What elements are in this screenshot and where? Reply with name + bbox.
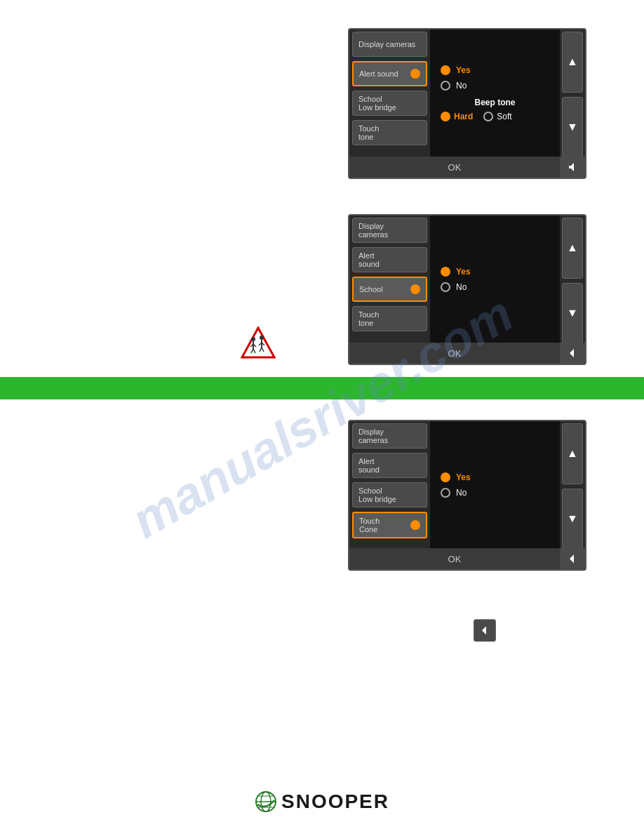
panel-alert-sound: Display cameras Alert sound SchoolLow br…	[348, 28, 586, 179]
ok-button-1[interactable]: OK	[349, 157, 560, 178]
menu-alert-sound-3[interactable]: Alertsound	[352, 453, 427, 478]
yes-no-group-2: Yes No	[441, 267, 549, 292]
soft-option[interactable]: Soft	[483, 112, 511, 121]
standalone-back-icon	[478, 623, 492, 637]
beep-tone-title: Beep tone	[441, 98, 549, 107]
beep-tone-section: Beep tone Hard Soft	[441, 98, 549, 121]
back-icon-3	[565, 552, 579, 566]
yes-radio-filled-1	[441, 65, 450, 75]
back-icon-2	[565, 346, 579, 360]
hard-radio-filled	[441, 112, 450, 121]
menu-display-cameras-2[interactable]: Displaycameras	[352, 218, 427, 243]
soft-radio-empty	[483, 112, 493, 121]
yes-no-group-1: Yes No	[441, 65, 549, 91]
no-option-3[interactable]: No	[441, 488, 549, 498]
green-banner	[0, 377, 644, 399]
no-radio-empty-1	[441, 81, 450, 91]
yes-no-group-3: Yes No	[441, 472, 549, 498]
menu-display-cameras-3[interactable]: Displaycameras	[352, 423, 427, 449]
school-sign-svg	[241, 326, 276, 359]
no-radio-empty-2	[441, 282, 450, 292]
snooper-globe-icon	[255, 790, 277, 813]
beep-options: Hard Soft	[441, 112, 549, 121]
school-crossing-sign	[241, 326, 276, 362]
snooper-logo: SNOOPER	[255, 790, 389, 813]
svg-rect-0	[569, 166, 570, 168]
svg-point-2	[251, 337, 255, 341]
menu-touch-cone-3[interactable]: TouchCone	[352, 512, 427, 538]
active-dot-1	[410, 69, 420, 79]
scroll-down-1[interactable]: ▼	[562, 97, 583, 158]
menu-school-low-bridge-1[interactable]: SchoolLow bridge	[352, 91, 427, 116]
back-button-2[interactable]	[560, 343, 585, 364]
no-option-1[interactable]: No	[441, 81, 549, 91]
scroll-up-1[interactable]: ▲	[562, 32, 583, 93]
menu-display-cameras-1[interactable]: Display cameras	[352, 32, 427, 57]
ok-button-3[interactable]: OK	[349, 548, 560, 569]
yes-option-2[interactable]: Yes	[441, 267, 549, 277]
yes-option-1[interactable]: Yes	[441, 65, 549, 75]
back-button-1[interactable]	[560, 157, 585, 178]
active-dot-2	[410, 284, 420, 294]
panel-touch-tone: Displaycameras Alertsound SchoolLow brid…	[348, 420, 586, 571]
panel-school: Displaycameras Alertsound School Touchto…	[348, 214, 586, 365]
menu-touch-tone-1[interactable]: Touchtone	[352, 120, 427, 145]
scroll-up-2[interactable]: ▲	[562, 218, 583, 279]
hard-option[interactable]: Hard	[441, 112, 473, 121]
scroll-up-3[interactable]: ▲	[562, 423, 583, 484]
ok-button-2[interactable]: OK	[349, 343, 560, 364]
yes-radio-filled-3	[441, 472, 450, 482]
back-icon-1	[565, 160, 579, 174]
back-button-3[interactable]	[560, 548, 585, 569]
menu-school-low-bridge-3[interactable]: SchoolLow bridge	[352, 482, 427, 508]
svg-marker-1	[242, 328, 274, 357]
standalone-back-button[interactable]	[474, 619, 496, 642]
scroll-down-2[interactable]: ▼	[562, 283, 583, 344]
no-radio-empty-3	[441, 488, 450, 498]
menu-touch-tone-2[interactable]: Touchtone	[352, 306, 427, 331]
svg-point-8	[260, 336, 264, 340]
menu-alert-sound-2[interactable]: Alertsound	[352, 247, 427, 272]
no-option-2[interactable]: No	[441, 282, 549, 292]
yes-radio-filled-2	[441, 267, 450, 277]
scroll-down-3[interactable]: ▼	[562, 489, 583, 550]
menu-alert-sound-1[interactable]: Alert sound	[352, 61, 427, 86]
active-dot-3	[410, 520, 420, 530]
menu-school-2[interactable]: School	[352, 277, 427, 302]
yes-option-3[interactable]: Yes	[441, 472, 549, 482]
